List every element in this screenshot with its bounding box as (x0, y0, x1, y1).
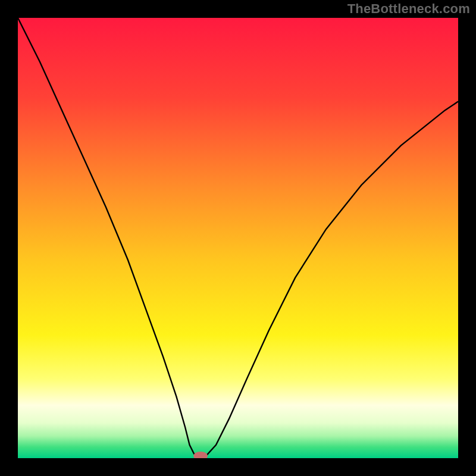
watermark-text: TheBottleneck.com (347, 1, 470, 17)
plot-area (18, 18, 458, 458)
gradient-background (18, 18, 458, 458)
chart-frame: TheBottleneck.com (0, 0, 476, 476)
chart-svg (18, 18, 458, 458)
